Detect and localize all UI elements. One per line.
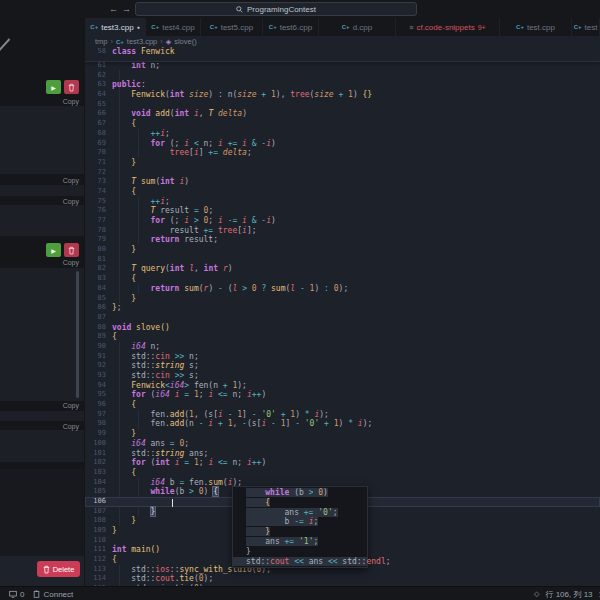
editor-line-65[interactable]: 65 [85, 100, 600, 110]
line-number[interactable]: 108 [85, 516, 112, 526]
line-number[interactable]: 104 [85, 478, 112, 488]
line-number[interactable]: 85 [85, 294, 112, 304]
breadcrumb-item[interactable]: slove() [174, 37, 197, 46]
line-number[interactable]: 82 [85, 264, 112, 274]
tab-test.cpp[interactable]: C+test.cpp [500, 18, 572, 36]
command-center-search[interactable]: ProgramingContest [135, 2, 417, 16]
line-number[interactable]: 77 [85, 216, 112, 226]
line-number[interactable]: 93 [85, 371, 112, 381]
editor-line-96[interactable]: 96 { [85, 400, 600, 410]
line-number[interactable]: 103 [85, 468, 112, 478]
editor-line-81[interactable]: 81 [85, 255, 600, 265]
line-number[interactable]: 112 [85, 555, 112, 565]
line-number[interactable]: 109 [85, 526, 112, 536]
copy-button[interactable]: Copy [63, 98, 79, 105]
editor-line-83[interactable]: 83 { [85, 274, 600, 284]
testcase-textarea[interactable] [0, 106, 84, 174]
editor-line-78[interactable]: 78 result += tree[i]; [85, 226, 600, 236]
delete-single-testcase-button[interactable] [64, 80, 79, 94]
editor-line-85[interactable]: 85 } [85, 294, 600, 304]
connect-button[interactable]: Connect [33, 590, 73, 599]
line-number[interactable]: 110 [85, 536, 112, 546]
editor-line-84[interactable]: 84 return sum(r) - (l > 0 ? sum(l - 1) :… [85, 284, 600, 294]
line-number[interactable]: 65 [85, 100, 112, 110]
editor-line-63[interactable]: 63public: [85, 80, 600, 90]
line-number[interactable]: 91 [85, 352, 112, 362]
line-number[interactable]: 84 [85, 284, 112, 294]
editor-line-90[interactable]: 90 i64 n; [85, 342, 600, 352]
tab-test6.cpp[interactable]: C+test6.cpp [263, 18, 319, 36]
line-number[interactable]: 114 [85, 574, 112, 584]
line-number[interactable]: 74 [85, 187, 112, 197]
editor-line-86[interactable]: 86}; [85, 303, 600, 313]
tab-d.cpp[interactable]: C+d.cpp [319, 18, 396, 36]
line-number[interactable]: 70 [85, 148, 112, 158]
line-number[interactable]: 99 [85, 429, 112, 439]
tab-test[interactable]: C+test [572, 18, 600, 36]
line-number[interactable]: 79 [85, 235, 112, 245]
line-number[interactable]: 62 [85, 71, 112, 81]
line-number[interactable]: 80 [85, 245, 112, 255]
editor-line-71[interactable]: 71 } [85, 158, 600, 168]
editor-line-70[interactable]: 70 tree[i] += delta; [85, 148, 600, 158]
line-number[interactable]: 83 [85, 274, 112, 284]
line-number[interactable]: 95 [85, 390, 112, 400]
line-number[interactable]: 106 [85, 497, 112, 507]
copy-button[interactable]: Copy [63, 198, 79, 205]
editor-line-72[interactable]: 72 [85, 168, 600, 178]
testcase-textarea[interactable] [0, 205, 84, 236]
testcase-textarea[interactable] [0, 411, 84, 421]
editor-line-93[interactable]: 93 std::cin >> s; [85, 371, 600, 381]
line-col-indicator[interactable]: 行 106, 列 13 [545, 589, 592, 600]
editor-line-69[interactable]: 69 for (; i < n; i += i & -i) [85, 139, 600, 149]
line-number[interactable]: 105 [85, 487, 112, 497]
editor-line-62[interactable]: 62 [85, 71, 600, 81]
editor-line-98[interactable]: 98 fen.add(n - i + 1, -(s[i - 1] - '0' +… [85, 419, 600, 429]
line-number[interactable]: 94 [85, 381, 112, 391]
line-number[interactable]: 78 [85, 226, 112, 236]
editor-line-75[interactable]: 75 ++i; [85, 197, 600, 207]
editor-line-94[interactable]: 94 Fenwick<i64> fen(n + 1); [85, 381, 600, 391]
notification-icon[interactable]: ◇ [534, 590, 539, 598]
line-number[interactable]: 96 [85, 400, 112, 410]
copy-button[interactable]: Copy [63, 259, 79, 266]
copy-button[interactable]: Copy [63, 402, 79, 409]
line-number[interactable]: 97 [85, 410, 112, 420]
nav-forward-icon[interactable]: → [122, 0, 131, 18]
editor-line-100[interactable]: 100 i64 ans = 0; [85, 439, 600, 449]
editor-line-91[interactable]: 91 std::cin >> n; [85, 352, 600, 362]
line-number[interactable]: 61 [85, 61, 112, 71]
testcase-textarea[interactable] [0, 185, 84, 196]
line-number[interactable]: 90 [85, 342, 112, 352]
tab-test3.cpp[interactable]: C+test3.cpp● [85, 18, 146, 36]
editor-line-74[interactable]: 74 { [85, 187, 600, 197]
editor-line-80[interactable]: 80 } [85, 245, 600, 255]
editor-line-82[interactable]: 82 T query(int l, int r) [85, 264, 600, 274]
editor-line-102[interactable]: 102 for (int i = 1; i <= n; i++) [85, 458, 600, 468]
line-number[interactable]: 87 [85, 313, 112, 323]
remote-indicator[interactable]: 0 [9, 590, 24, 599]
editor-line-87[interactable]: 87 [85, 313, 600, 323]
tab-test5.cpp[interactable]: C+test5.cpp [201, 18, 263, 36]
tab-cf.code-snippets[interactable]: ≡cf.code-snippets9+ [396, 18, 500, 36]
run-testcase-button[interactable]: ▶ [46, 80, 61, 94]
editor-line-61[interactable]: 61 int n; [85, 61, 600, 71]
line-number[interactable]: 72 [85, 168, 112, 178]
editor-line-99[interactable]: 99 } [85, 429, 600, 439]
breadcrumb-item[interactable]: test3.cpp [127, 37, 157, 46]
editor-line-97[interactable]: 97 fen.add(1, (s[i - 1] - '0' + 1) * i); [85, 410, 600, 420]
line-number[interactable]: 107 [85, 507, 112, 517]
line-number[interactable]: 98 [85, 419, 112, 429]
editor-line-103[interactable]: 103 { [85, 468, 600, 478]
editor-line-89[interactable]: 89{ [85, 332, 600, 342]
editor-line-64[interactable]: 64 Fenwick(int size) : n(size + 1), tree… [85, 90, 600, 100]
line-number[interactable]: 111 [85, 545, 112, 555]
line-number[interactable]: 68 [85, 129, 112, 139]
line-number[interactable]: 89 [85, 332, 112, 342]
editor-line-114[interactable]: 114 std::cout.tie(0); [85, 574, 600, 584]
copy-button[interactable]: Copy [63, 177, 79, 184]
editor-line-101[interactable]: 101 std::string ans; [85, 449, 600, 459]
line-number[interactable]: 101 [85, 449, 112, 459]
line-number[interactable]: 113 [85, 565, 112, 575]
line-number[interactable]: 66 [85, 109, 112, 119]
